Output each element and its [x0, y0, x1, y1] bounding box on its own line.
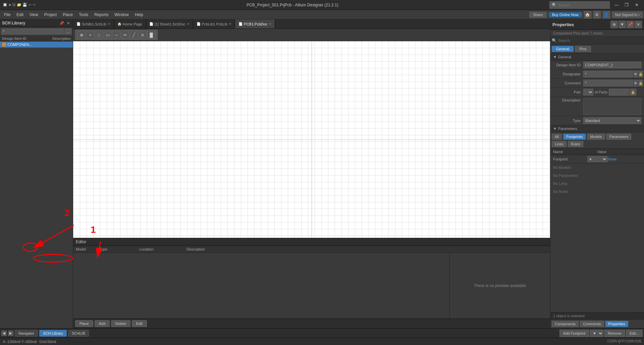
comment-lock-icon[interactable]: 🔒 — [638, 80, 643, 86]
add-tool[interactable]: + — [86, 31, 94, 39]
menu-window[interactable]: Window — [112, 11, 131, 18]
move-tool[interactable]: ↔ — [112, 31, 120, 39]
components-tab[interactable]: Components — [552, 321, 579, 327]
show-link[interactable]: Show — [607, 157, 642, 161]
menu-tools[interactable]: Tools — [76, 11, 91, 18]
params-tab-rules[interactable]: Rules — [568, 141, 583, 147]
tab-pcblib-close[interactable]: ✕ — [229, 22, 231, 26]
panel-close-icon[interactable]: ✕ — [66, 21, 71, 25]
tab-schlib-close[interactable]: ✕ — [108, 22, 110, 26]
schlib-tab[interactable]: SCHLIB — [68, 330, 89, 337]
tab-pcbdoc-close[interactable]: ✕ — [269, 22, 271, 26]
titlebar-search-input[interactable] — [558, 3, 602, 7]
close-button[interactable]: ✕ — [632, 0, 641, 10]
delete-button[interactable]: Delete — [111, 320, 130, 327]
part-lock-icon[interactable]: 🔒 — [630, 89, 636, 95]
design-item-id-row: Design Item ID — [550, 61, 644, 70]
settings-icon-btn[interactable]: ⚙ — [593, 11, 601, 18]
rect2-tool[interactable]: ▭ — [104, 31, 112, 39]
tab-pins[interactable]: Pins — [575, 46, 591, 52]
nav-left-arrow[interactable]: ◀ — [1, 331, 7, 336]
minimize-button[interactable]: — — [612, 0, 621, 10]
footprint-dropdown[interactable]: ▼ — [590, 330, 603, 337]
design-item-id-input[interactable] — [583, 62, 641, 68]
menu-edit[interactable]: Edit — [14, 11, 26, 18]
comment-row: Comment 👁 🔒 — [550, 79, 644, 88]
rect-tool[interactable]: □ — [95, 31, 103, 39]
designator-lock-icon[interactable]: 🔒 — [638, 71, 643, 77]
props-search-icon: 🔍 — [552, 38, 557, 43]
signin-button[interactable]: Not Signed In › — [612, 12, 643, 18]
prop-close-icon-btn[interactable]: ✕ — [635, 21, 642, 28]
line-tool[interactable]: ╱ — [130, 31, 138, 39]
tab-homepage[interactable]: 🏠 Home Page — [114, 19, 146, 28]
comment-input[interactable] — [583, 80, 633, 86]
col-description: Description — [52, 37, 71, 41]
remove-footprint-button[interactable]: Remove — [604, 330, 625, 337]
menu-place[interactable]: Place — [60, 11, 75, 18]
edit-button[interactable]: Edit — [132, 320, 147, 327]
description-textarea[interactable] — [583, 98, 641, 115]
titlebar-search[interactable]: 🔍 — [549, 1, 610, 9]
props-search-input[interactable] — [558, 39, 643, 43]
draw-tool[interactable]: ✏ — [121, 31, 129, 39]
editor-bottom-content: There is no preview available — [73, 253, 550, 319]
params-tab-models[interactable]: Models — [587, 134, 605, 140]
tab-schlib[interactable]: 📄 Schlib1.SchLib ✕ — [73, 19, 114, 28]
nav-right-arrow[interactable]: ▶ — [8, 331, 13, 336]
tab-pcbdoc[interactable]: 📄 PCB1.PcbDoc ✕ — [235, 19, 275, 28]
tab-pcblib[interactable]: 📄 PcbLib1.PcbLib ✕ — [193, 19, 235, 28]
user-icon-btn[interactable]: 👤 — [603, 11, 610, 18]
params-tab-all[interactable]: All — [552, 134, 562, 140]
comments-tab[interactable]: Comments — [580, 321, 604, 327]
params-tab-footprints[interactable]: Footprints — [563, 134, 586, 140]
lib-search-button[interactable]: … — [64, 28, 71, 34]
edit-footprint-button[interactable]: Edit... — [626, 330, 643, 337]
navigator-tab[interactable]: Navigator — [15, 330, 38, 337]
comment-eye-icon[interactable]: 👁 — [634, 80, 638, 86]
lib-item[interactable]: COMPONEN... — [0, 42, 73, 48]
component-info-text: Component Pins (and 7 more) — [553, 31, 602, 35]
menu-help[interactable]: Help — [132, 11, 146, 18]
menu-view[interactable]: View — [27, 11, 41, 18]
home-icon-btn[interactable]: 🏠 — [584, 11, 591, 18]
restore-button[interactable]: ❐ — [622, 0, 631, 10]
of-parts-input[interactable] — [609, 89, 629, 95]
sch-library-tab[interactable]: SCH Library — [39, 330, 67, 337]
pin-icon-btn[interactable]: 📌 — [627, 21, 634, 28]
params-tab-links[interactable]: Links — [552, 141, 567, 147]
place-button[interactable]: Place — [75, 320, 93, 327]
designator-input[interactable] — [583, 71, 633, 77]
lib-search-input[interactable] — [1, 28, 64, 34]
editor-bottom-header: Editor — [73, 238, 550, 246]
tab-schDoc[interactable]: 📄 [1] Sheet1.SchDoc ✕ — [146, 19, 193, 28]
footprint-type-select[interactable]: ▼ — [587, 156, 607, 162]
properties-tab[interactable]: Properties — [605, 321, 628, 327]
filter-tool[interactable]: ⊕ — [77, 31, 86, 39]
type-select[interactable]: Standard — [583, 117, 641, 124]
filter-icon-btn[interactable]: ⊕ — [610, 21, 618, 28]
tab-pcbdoc-icon: 📄 — [238, 22, 243, 26]
tab-general[interactable]: General — [552, 46, 574, 52]
parameters-section-header: ▼ Parameters — [550, 125, 644, 132]
panel-pin-icon[interactable]: 📌 — [58, 21, 65, 25]
menu-project[interactable]: Project — [42, 11, 59, 18]
part-select[interactable] — [583, 89, 593, 95]
add-button[interactable]: Add — [95, 320, 110, 327]
designator-eye-icon[interactable]: 👁 — [634, 71, 638, 77]
menubar: File Edit View Project Place Tools Repor… — [0, 10, 644, 19]
buy-button[interactable]: Buy Online Now — [549, 12, 582, 17]
description-row: Description — [550, 97, 644, 116]
add-footprint-button[interactable]: Add Footprint — [559, 330, 589, 337]
tab-schDoc-close[interactable]: ✕ — [187, 22, 190, 26]
fill-tool[interactable]: █ — [147, 31, 155, 39]
editor-canvas[interactable] — [73, 41, 550, 238]
menu-reports[interactable]: Reports — [92, 11, 111, 18]
text-tool[interactable]: A — [139, 31, 147, 39]
params-tab-parameters[interactable]: Parameters — [606, 134, 632, 140]
col-design-item-id: Design Item ID — [2, 37, 52, 41]
title-left: 🔲 ■ 🖫 📁 💾 ↩ ↪ — [3, 3, 36, 7]
dropdown-icon-btn[interactable]: ▼ — [619, 21, 626, 28]
menu-file[interactable]: File — [1, 11, 13, 18]
share-button[interactable]: Share — [529, 12, 546, 18]
